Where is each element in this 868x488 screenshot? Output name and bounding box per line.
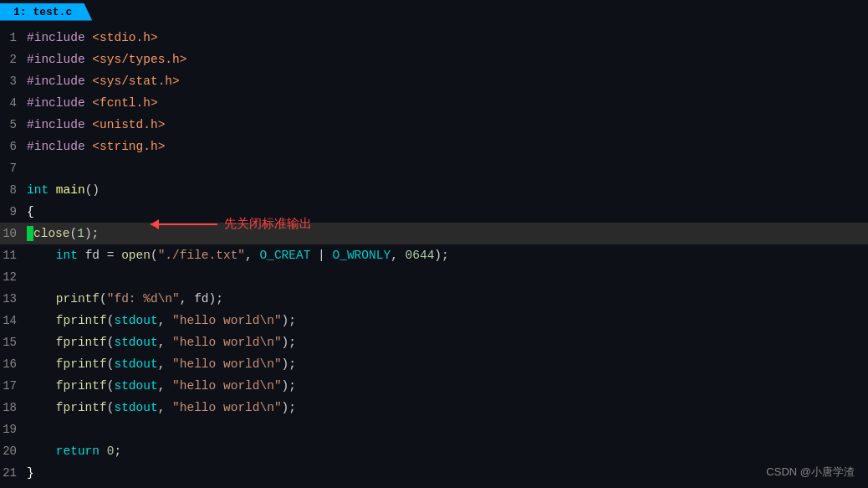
line-num-3: 3	[0, 74, 27, 88]
line-content-8: int main()	[27, 179, 868, 201]
code-line-16: 16 fprintf(stdout, "hello world\n");	[0, 353, 868, 375]
line-num-19: 19	[0, 423, 27, 436]
code-line-22: 22	[0, 484, 868, 488]
code-line-7: 7	[0, 157, 868, 179]
code-line-18: 18 fprintf(stdout, "hello world\n");	[0, 397, 868, 419]
code-line-21: 21 }	[0, 462, 868, 484]
line-content-14: fprintf(stdout, "hello world\n");	[27, 310, 868, 331]
code-line-2: 2 #include <sys/types.h>	[0, 49, 868, 70]
code-line-14: 14 fprintf(stdout, "hello world\n");	[0, 310, 868, 331]
line-num-9: 9	[0, 205, 27, 218]
line-num-15: 15	[0, 336, 27, 349]
line-content-4: #include <fcntl.h>	[27, 92, 868, 114]
line-num-13: 13	[0, 292, 27, 306]
code-line-12: 12	[0, 266, 868, 288]
line-content-2: #include <sys/types.h>	[27, 49, 868, 70]
line-content-5: #include <unistd.h>	[27, 114, 868, 136]
line-content-16: fprintf(stdout, "hello world\n");	[27, 353, 868, 375]
line-num-6: 6	[0, 140, 27, 153]
line-content-18: fprintf(stdout, "hello world\n");	[27, 397, 868, 419]
code-line-10: 10 close(1);	[0, 223, 868, 244]
line-content-20: return 0;	[27, 440, 868, 462]
line-num-4: 4	[0, 96, 27, 110]
line-num-1: 1	[0, 31, 27, 44]
code-line-4: 4 #include <fcntl.h>	[0, 92, 868, 114]
code-line-9: 9 {	[0, 201, 868, 223]
line-content-1: #include <stdio.h>	[27, 27, 868, 49]
code-line-1: 1 #include <stdio.h>	[0, 27, 868, 49]
line-content-21: }	[27, 462, 868, 484]
line-num-18: 18	[0, 401, 27, 414]
code-line-5: 5 #include <unistd.h>	[0, 114, 868, 136]
code-line-17: 17 fprintf(stdout, "hello world\n");	[0, 375, 868, 397]
line-num-7: 7	[0, 162, 27, 175]
watermark: CSDN @小唐学渣	[766, 465, 855, 480]
line-content-13: printf("fd: %d\n", fd);	[27, 288, 868, 310]
line-content-17: fprintf(stdout, "hello world\n");	[27, 375, 868, 397]
line-content-11: int fd = open("./file.txt", O_CREAT | O_…	[27, 244, 868, 266]
line-num-16: 16	[0, 357, 27, 371]
line-num-17: 17	[0, 379, 27, 393]
tab-bar: 1: test.c	[0, 0, 868, 23]
line-num-10: 10	[0, 227, 27, 240]
line-num-11: 11	[0, 249, 27, 262]
line-content-9: {	[27, 201, 868, 223]
code-line-11: 11 int fd = open("./file.txt", O_CREAT |…	[0, 244, 868, 266]
line-content-10: close(1);	[27, 223, 868, 244]
line-num-21: 21	[0, 466, 27, 480]
line-num-20: 20	[0, 444, 27, 458]
line-content-6: #include <string.h>	[27, 136, 868, 157]
cursor	[27, 226, 33, 241]
code-area: 1 #include <stdio.h> 2 #include <sys/typ…	[0, 23, 868, 488]
line-num-8: 8	[0, 183, 27, 197]
code-line-13: 13 printf("fd: %d\n", fd);	[0, 288, 868, 310]
code-line-8: 8 int main()	[0, 179, 868, 201]
line-num-2: 2	[0, 53, 27, 66]
line-content-15: fprintf(stdout, "hello world\n");	[27, 331, 868, 353]
line-num-5: 5	[0, 118, 27, 131]
line-content-3: #include <sys/stat.h>	[27, 70, 868, 92]
file-tab[interactable]: 1: test.c	[0, 3, 92, 21]
code-line-15: 15 fprintf(stdout, "hello world\n");	[0, 331, 868, 353]
code-line-3: 3 #include <sys/stat.h>	[0, 70, 868, 92]
code-line-19: 19	[0, 419, 868, 440]
editor-container: 1: test.c 1 #include <stdio.h> 2 #includ…	[0, 0, 868, 488]
line-num-14: 14	[0, 314, 27, 327]
code-line-20: 20 return 0;	[0, 440, 868, 462]
code-line-6: 6 #include <string.h>	[0, 136, 868, 157]
line-num-12: 12	[0, 270, 27, 284]
